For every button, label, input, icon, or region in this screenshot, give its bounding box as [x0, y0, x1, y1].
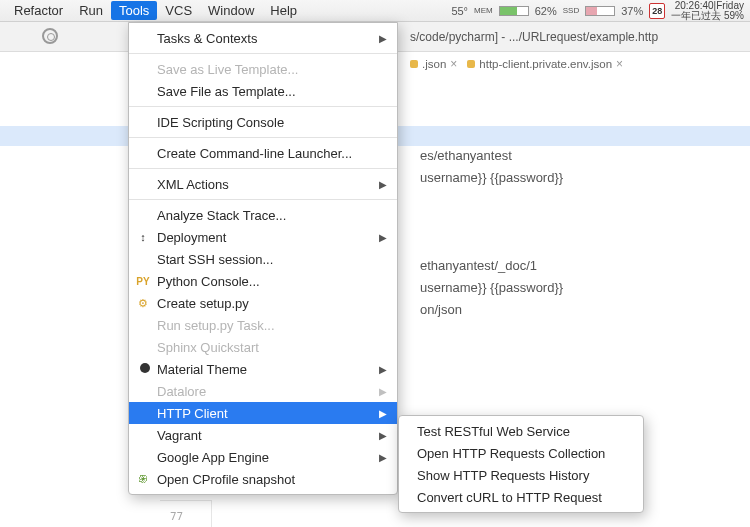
calendar-icon[interactable]: 28	[649, 3, 665, 19]
separator	[129, 137, 397, 138]
clock-progress: 一年已过去 59%	[671, 11, 744, 21]
http-client-submenu: Test RESTful Web Service Open HTTP Reque…	[398, 415, 644, 513]
tab-json[interactable]: .json ×	[410, 57, 457, 71]
editor-tabs: .json × http-client.private.env.json ×	[410, 52, 623, 76]
menu-tools[interactable]: Tools	[111, 1, 157, 20]
tools-dropdown: Tasks & Contexts▶ Save as Live Template.…	[128, 22, 398, 495]
menu-window[interactable]: Window	[200, 1, 262, 20]
ssd-label: SSD	[563, 6, 579, 15]
menu-create-setup[interactable]: ⚙Create setup.py	[129, 292, 397, 314]
tab-label: http-client.private.env.json	[479, 58, 612, 70]
deployment-icon: ↕	[135, 231, 151, 243]
chevron-right-icon: ▶	[379, 430, 387, 441]
ssd-meter	[585, 6, 615, 16]
menu-sphinx: Sphinx Quickstart	[129, 336, 397, 358]
submenu-show-requests-history[interactable]: Show HTTP Requests History	[399, 464, 643, 486]
menu-vagrant[interactable]: Vagrant▶	[129, 424, 397, 446]
menu-save-file-template[interactable]: Save File as Template...	[129, 80, 397, 102]
menu-cmdline-launcher[interactable]: Create Command-line Launcher...	[129, 142, 397, 164]
code-line: username}} {{password}}	[420, 280, 563, 295]
menu-http-client[interactable]: HTTP Client▶	[129, 402, 397, 424]
code-line: on/json	[420, 302, 462, 317]
menu-refactor[interactable]: Refactor	[6, 1, 71, 20]
chevron-right-icon: ▶	[379, 386, 387, 397]
chevron-right-icon: ▶	[379, 452, 387, 463]
close-icon[interactable]: ×	[450, 57, 457, 71]
python-icon: PY	[135, 276, 151, 287]
clock: 20:26:40|Friday 一年已过去 59%	[671, 1, 744, 21]
ssd-pct: 37%	[621, 5, 643, 17]
menu-run-setup: Run setup.py Task...	[129, 314, 397, 336]
chevron-right-icon: ▶	[379, 33, 387, 44]
menu-run[interactable]: Run	[71, 1, 111, 20]
chevron-right-icon: ▶	[379, 364, 387, 375]
submenu-convert-curl[interactable]: Convert cURL to HTTP Request	[399, 486, 643, 508]
code-line: es/ethanyantest	[420, 148, 512, 163]
gutter-edge	[160, 500, 212, 527]
separator	[129, 53, 397, 54]
menu-python-console[interactable]: PYPython Console...	[129, 270, 397, 292]
gear-icon: ⚙	[135, 297, 151, 310]
separator	[129, 168, 397, 169]
chevron-right-icon: ▶	[379, 232, 387, 243]
mem-pct: 62%	[535, 5, 557, 17]
material-theme-icon	[135, 363, 151, 375]
close-icon[interactable]: ×	[616, 57, 623, 71]
menu-help[interactable]: Help	[262, 1, 305, 20]
menu-google-app-engine[interactable]: Google App Engine▶	[129, 446, 397, 468]
mem-meter	[499, 6, 529, 16]
cpu-temp: 55°	[451, 5, 468, 17]
tab-label: .json	[422, 58, 446, 70]
mem-label: MEM	[474, 6, 493, 15]
menu-xml-actions[interactable]: XML Actions▶	[129, 173, 397, 195]
system-status: 55° MEM 62% SSD 37% 28 20:26:40|Friday 一…	[451, 1, 744, 21]
window-title: s/code/pycharm] - .../URLrequest/example…	[410, 30, 658, 44]
chevron-right-icon: ▶	[379, 179, 387, 190]
menu-vcs[interactable]: VCS	[157, 1, 200, 20]
menu-ide-scripting[interactable]: IDE Scripting Console	[129, 111, 397, 133]
menu-save-live-template: Save as Live Template...	[129, 58, 397, 80]
menu-datalore: Datalore▶	[129, 380, 397, 402]
json-file-icon	[410, 60, 418, 68]
menu-material-theme[interactable]: Material Theme▶	[129, 358, 397, 380]
submenu-open-requests-collection[interactable]: Open HTTP Requests Collection	[399, 442, 643, 464]
target-icon[interactable]	[42, 28, 58, 44]
menu-open-cprofile[interactable]: ֍Open CProfile snapshot	[129, 468, 397, 490]
code-line: ethanyantest/_doc/1	[420, 258, 537, 273]
tab-http-client-env[interactable]: http-client.private.env.json ×	[467, 57, 623, 71]
clock-time: 20:26:40|Friday	[671, 1, 744, 11]
json-file-icon	[467, 60, 475, 68]
separator	[129, 199, 397, 200]
chevron-right-icon: ▶	[379, 408, 387, 419]
menu-deployment[interactable]: ↕Deployment▶	[129, 226, 397, 248]
menu-analyze-stack[interactable]: Analyze Stack Trace...	[129, 204, 397, 226]
snake-icon: ֍	[135, 473, 151, 485]
menu-tasks-contexts[interactable]: Tasks & Contexts▶	[129, 27, 397, 49]
menubar: Refactor Run Tools VCS Window Help 55° M…	[0, 0, 750, 22]
separator	[129, 106, 397, 107]
menu-ssh[interactable]: Start SSH session...	[129, 248, 397, 270]
submenu-test-restful[interactable]: Test RESTful Web Service	[399, 420, 643, 442]
code-line: username}} {{password}}	[420, 170, 563, 185]
